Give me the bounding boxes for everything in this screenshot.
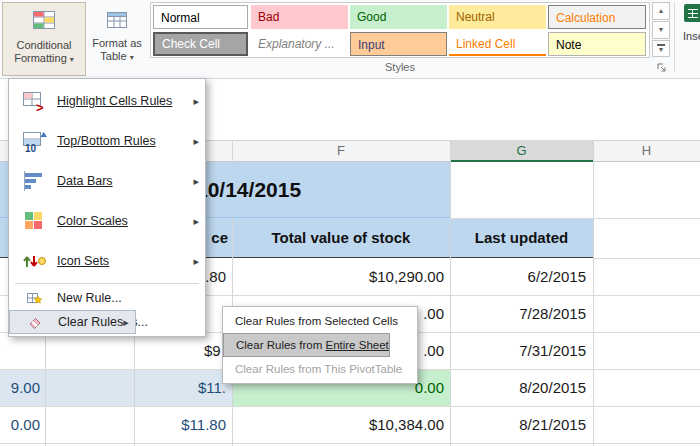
grid-line (232, 140, 233, 162)
cell-total-value[interactable]: $10,290.00 (240, 258, 444, 295)
group-separator (674, 2, 675, 72)
conditional-formatting-icon (30, 3, 58, 39)
submenu-arrow-icon: ▸ (193, 135, 201, 148)
grid-line (593, 258, 700, 259)
submenu-arrow-icon: ▸ (193, 175, 201, 188)
style-bad[interactable]: Bad (251, 5, 348, 29)
sheet-title-date: 10/14/2015 (196, 162, 301, 217)
gallery-more-button[interactable]: ▾ (652, 40, 670, 57)
style-check-cell[interactable]: Check Cell (153, 32, 248, 56)
cell-value-fragment[interactable]: 9.00 (2, 369, 40, 406)
cell-price[interactable]: $11.80 (100, 406, 226, 443)
conditional-formatting-menu: > Highlight Cells Rules ▸ 10 Top/Bottom … (8, 78, 206, 337)
submenu-item-label: Clear Rules from This PivotTable (235, 363, 402, 375)
insert-group-label: Inse (683, 30, 700, 42)
style-normal[interactable]: Normal (153, 5, 248, 29)
menu-item-icon-sets[interactable]: Icon Sets ▸ (9, 241, 205, 281)
button-label-line1: Format as (92, 37, 142, 50)
menu-item-color-scales[interactable]: Color Scales ▸ (9, 201, 205, 241)
format-as-table-icon (104, 3, 130, 37)
cell-last-updated[interactable]: 8/20/2015 (450, 369, 586, 406)
conditional-formatting-button[interactable]: Conditional Formatting ▾ (2, 2, 86, 76)
submenu-item-label-emphasis: Entire Sheet (325, 339, 388, 351)
column-header-g-selected[interactable]: G (450, 140, 593, 162)
cell-value-fragment[interactable]: 0.00 (2, 406, 40, 443)
style-neutral[interactable]: Neutral (449, 5, 546, 29)
submenu-arrow-icon: ▸ (193, 215, 201, 228)
cell-last-updated[interactable]: 8/21/2015 (450, 406, 586, 443)
menu-item-label: Data Bars (51, 174, 193, 188)
style-linked-cell[interactable]: Linked Cell (449, 32, 546, 56)
menu-item-clear-rules[interactable]: Clear Rules ▸ (9, 310, 136, 334)
header-last-updated[interactable]: Last updated (450, 218, 593, 258)
button-label-line2: Table ▾ (100, 50, 133, 64)
excel-window: F G H 10/14/2015 ce Total value of stock… (0, 0, 700, 446)
style-note[interactable]: Note (548, 32, 646, 56)
menu-item-new-rule[interactable]: New Rule... (9, 286, 205, 310)
style-explanatory[interactable]: Explanatory ... (251, 32, 348, 56)
button-label-text: Formatting (14, 52, 67, 64)
grid-line (593, 140, 594, 446)
cell-last-updated[interactable]: 6/2/2015 (450, 258, 586, 295)
clear-rules-eraser-icon (18, 314, 52, 330)
grid-line (0, 443, 700, 444)
icon-sets-icon (17, 248, 51, 274)
submenu-item-clear-entire-sheet[interactable]: Clear Rules from Entire Sheet (223, 333, 390, 357)
more-arrow-icon: ▾ (659, 45, 663, 54)
submenu-arrow-icon: ▸ (193, 95, 201, 108)
menu-item-label: Highlight Cells Rules (51, 94, 193, 108)
menu-item-highlight-cells-rules[interactable]: > Highlight Cells Rules ▸ (9, 81, 205, 121)
style-good[interactable]: Good (350, 5, 447, 29)
dropdown-arrow-icon: ▾ (70, 55, 74, 64)
color-scales-icon (17, 208, 51, 234)
cell-last-updated[interactable]: 7/28/2015 (450, 295, 586, 332)
svg-text:>: > (36, 100, 44, 114)
svg-text:10: 10 (25, 143, 37, 154)
cell-styles-gallery: Normal Bad Good Neutral Calculation Chec… (150, 2, 650, 58)
ribbon-styles-group: Conditional Formatting ▾ Format as Table… (0, 0, 700, 79)
new-rule-icon (17, 290, 51, 306)
format-as-table-button[interactable]: Format as Table ▾ (88, 2, 146, 76)
gallery-scroll-up-button[interactable]: ▴ (652, 2, 670, 20)
submenu-item-label-prefix: Clear Rules from (236, 339, 325, 351)
button-label-line2: Formatting ▾ (14, 52, 74, 66)
dropdown-arrow-icon: ▾ (130, 53, 134, 62)
button-label-text: Table (100, 50, 126, 62)
submenu-item-clear-this-pivottable-disabled: Clear Rules from This PivotTable (223, 357, 417, 381)
submenu-arrow-icon: ▸ (193, 255, 201, 268)
menu-separator (15, 283, 199, 284)
column-header-f[interactable]: F (232, 140, 450, 162)
data-bars-icon (17, 168, 51, 194)
cell-price-fragment[interactable]: $11. (100, 369, 226, 406)
style-calculation[interactable]: Calculation (548, 5, 646, 29)
styles-dialog-launcher[interactable] (656, 61, 669, 74)
menu-item-label: Icon Sets (51, 254, 193, 268)
submenu-item-clear-selected-cells[interactable]: Clear Rules from Selected Cells (223, 309, 417, 333)
insert-group-icon[interactable] (683, 3, 700, 29)
header-total-value-of-stock[interactable]: Total value of stock (232, 218, 450, 258)
menu-item-label: Color Scales (51, 214, 193, 228)
button-label-line1: Conditional (16, 39, 71, 52)
menu-item-label: New Rule... (51, 291, 201, 305)
menu-item-data-bars[interactable]: Data Bars ▸ (9, 161, 205, 201)
submenu-item-label: Clear Rules from Selected Cells (235, 315, 398, 327)
gallery-scroll-down-button[interactable]: ▾ (652, 21, 670, 39)
styles-group-label: Styles (150, 61, 650, 73)
menu-item-top-bottom-rules[interactable]: 10 Top/Bottom Rules ▸ (9, 121, 205, 161)
top-bottom-rules-icon: 10 (17, 128, 51, 154)
submenu-arrow-icon: ▸ (123, 316, 131, 329)
menu-item-label: Clear Rules (52, 315, 123, 329)
cell-total-value[interactable]: $10,384.00 (240, 406, 444, 443)
cell-last-updated[interactable]: 7/31/2015 (450, 332, 586, 369)
clear-rules-submenu: Clear Rules from Selected Cells Clear Ru… (222, 306, 418, 384)
column-header-h[interactable]: H (593, 140, 700, 162)
style-input[interactable]: Input (350, 32, 447, 56)
highlight-cells-rules-icon: > (17, 88, 51, 114)
menu-item-label: Top/Bottom Rules (51, 134, 193, 148)
